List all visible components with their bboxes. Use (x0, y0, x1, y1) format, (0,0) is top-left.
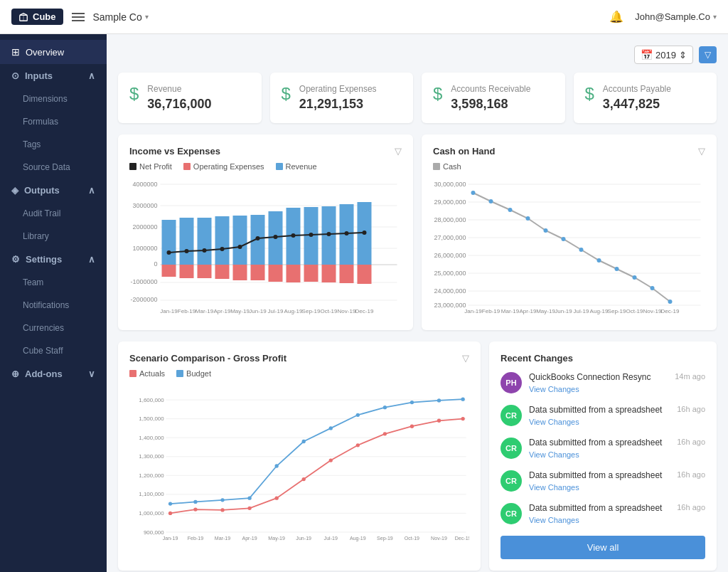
svg-text:29,000,000: 29,000,000 (434, 198, 466, 206)
recent-item: CR Data submitted from a spreadsheet Vie… (500, 405, 705, 428)
recent-item-time: 14m ago (675, 372, 705, 381)
hamburger-menu[interactable] (72, 13, 85, 21)
svg-text:1,500,000: 1,500,000 (139, 415, 164, 422)
scenario-chart: 1,600,000 1,500,000 1,400,000 1,300,000 … (129, 381, 469, 551)
svg-text:Sep-19: Sep-19 (302, 308, 321, 314)
sidebar-item-overview[interactable]: ⊞ Overview (0, 40, 107, 64)
avatar: PH (500, 372, 522, 393)
sidebar-item-dimensions[interactable]: Dimensions (0, 88, 107, 110)
addons-icon: ⊕ (11, 369, 19, 379)
recent-item-content: Data submitted from a spreadsheet View C… (529, 405, 670, 428)
svg-text:Mar-19: Mar-19 (196, 308, 214, 314)
outputs-chevron: ∧ (88, 185, 95, 196)
svg-text:Jan-19: Jan-19 (464, 308, 482, 314)
avatar: CR (500, 438, 522, 459)
svg-point-91 (668, 300, 673, 304)
svg-rect-18 (198, 218, 212, 265)
svg-text:Sep-19: Sep-19 (377, 536, 393, 541)
svg-point-129 (410, 425, 414, 428)
svg-point-123 (247, 507, 251, 510)
svg-point-86 (579, 248, 584, 252)
recent-item-time: 16h ago (677, 503, 705, 512)
sidebar-item-team[interactable]: Team (0, 271, 107, 294)
avatar: CR (500, 405, 522, 426)
svg-text:1,200,000: 1,200,000 (139, 472, 164, 479)
svg-point-125 (302, 477, 306, 481)
svg-point-48 (309, 233, 314, 237)
svg-text:28,000,000: 28,000,000 (434, 216, 466, 223)
svg-rect-16 (162, 220, 176, 265)
svg-text:Oct-19: Oct-19 (320, 308, 338, 314)
sidebar-item-library[interactable]: Library (0, 225, 107, 248)
cash-on-hand-filter-icon[interactable]: ▽ (698, 146, 705, 157)
svg-rect-39 (358, 265, 372, 284)
sidebar-item-formulas[interactable]: Formulas (0, 110, 107, 133)
svg-text:1,100,000: 1,100,000 (139, 491, 164, 497)
svg-text:Aug-19: Aug-19 (590, 308, 609, 314)
filter-bar: 📅 2019 ⇕ ▽ (118, 46, 717, 64)
sidebar-label-notifications: Notifications (23, 300, 69, 310)
svg-point-42 (203, 248, 207, 253)
svg-text:30,000,000: 30,000,000 (434, 181, 466, 188)
legend-revenue: Revenue (276, 162, 317, 171)
view-changes-link[interactable]: View Changes (529, 483, 579, 492)
notifications-bell-icon[interactable]: 🔔 (609, 10, 623, 23)
sidebar-section-addons[interactable]: ⊕ Add-ons ∨ (0, 362, 107, 386)
svg-text:-1000000: -1000000 (130, 278, 157, 285)
sidebar-item-tags[interactable]: Tags (0, 133, 107, 156)
scenario-filter-icon[interactable]: ▽ (462, 353, 469, 364)
svg-text:Apr-19: Apr-19 (242, 536, 257, 541)
user-menu[interactable]: John@Sample.Co ▾ (635, 11, 717, 22)
svg-rect-29 (180, 265, 194, 278)
svg-point-120 (168, 512, 172, 515)
view-changes-link[interactable]: View Changes (529, 418, 579, 426)
svg-text:Dec-19: Dec-19 (455, 536, 469, 541)
view-changes-link[interactable]: View Changes (529, 385, 579, 393)
company-selector[interactable]: Sample Co ▾ (93, 11, 149, 23)
sidebar-label-audit-trail: Audit Trail (23, 208, 60, 218)
svg-point-80 (471, 191, 476, 195)
svg-text:Nov-19: Nov-19 (431, 536, 447, 541)
svg-text:Jan-19: Jan-19 (163, 536, 178, 541)
income-expenses-title: Income vs Expenses (129, 146, 220, 157)
sidebar: ⊞ Overview ⊙ Inputs ∧ Dimensions Formula… (0, 34, 107, 572)
app-logo: Cube (11, 9, 63, 25)
svg-text:4000000: 4000000 (132, 181, 157, 188)
addons-chevron: ∨ (88, 369, 95, 379)
sidebar-item-cube-staff[interactable]: Cube Staff (0, 339, 107, 362)
svg-point-137 (302, 440, 306, 443)
sidebar-item-currencies[interactable]: Currencies (0, 317, 107, 339)
sidebar-section-settings[interactable]: ⚙ Settings ∧ (0, 248, 107, 271)
view-changes-link[interactable]: View Changes (529, 516, 579, 524)
sidebar-label-team: Team (23, 277, 43, 287)
svg-point-46 (274, 235, 278, 239)
svg-text:Apr-19: Apr-19 (213, 308, 231, 314)
svg-point-83 (526, 216, 530, 221)
sidebar-item-audit-trail[interactable]: Audit Trail (0, 202, 107, 225)
opex-dollar-icon: $ (282, 84, 291, 104)
charts-row1: Income vs Expenses ▽ Net Profit Operatin… (118, 134, 717, 330)
recent-item: CR Data submitted from a spreadsheet Vie… (500, 503, 705, 526)
ar-value: 3,598,168 (451, 97, 530, 112)
year-selector[interactable]: 📅 2019 ⇕ (634, 46, 693, 64)
sidebar-label-dimensions: Dimensions (23, 94, 68, 104)
filter-button[interactable]: ▽ (699, 46, 717, 63)
income-expenses-filter-icon[interactable]: ▽ (395, 146, 402, 157)
svg-text:Apr-19: Apr-19 (519, 308, 537, 314)
income-expenses-chart: 4000000 3000000 2000000 1000000 0 -10000… (129, 174, 402, 316)
svg-text:Jun-19: Jun-19 (249, 308, 267, 314)
svg-text:Jun-19: Jun-19 (555, 308, 572, 314)
sidebar-section-outputs[interactable]: ◈ Outputs ∧ (0, 179, 107, 202)
sidebar-label-settings: Settings (26, 254, 62, 265)
svg-point-82 (508, 208, 513, 212)
svg-text:Jun-19: Jun-19 (296, 536, 311, 541)
sidebar-item-source-data[interactable]: Source Data (0, 156, 107, 179)
sidebar-section-inputs[interactable]: ⊙ Inputs ∧ (0, 64, 107, 88)
sidebar-item-notifications[interactable]: Notifications (0, 294, 107, 317)
view-changes-link[interactable]: View Changes (529, 450, 579, 459)
svg-text:1,600,000: 1,600,000 (139, 397, 164, 403)
ar-dollar-icon: $ (433, 84, 442, 104)
svg-text:Jul-19: Jul-19 (268, 308, 284, 314)
view-all-button[interactable]: View all (500, 536, 705, 559)
layout: ⊞ Overview ⊙ Inputs ∧ Dimensions Formula… (0, 34, 728, 572)
